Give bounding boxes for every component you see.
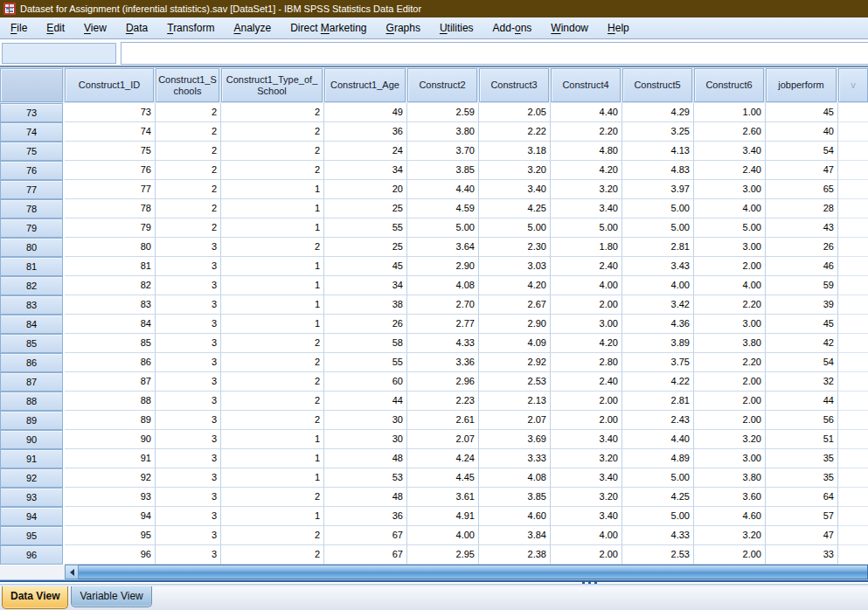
data-cell[interactable]: 49 xyxy=(324,103,407,122)
data-cell[interactable]: 2.53 xyxy=(622,545,694,565)
data-cell[interactable]: 1 xyxy=(221,180,324,199)
data-cell[interactable]: 3.20 xyxy=(694,430,766,449)
row-header-cell[interactable]: 80 xyxy=(0,238,63,257)
data-cell[interactable]: 3 xyxy=(156,545,221,565)
data-cell[interactable]: 2.00 xyxy=(694,372,766,392)
data-cell[interactable]: 2 xyxy=(221,411,324,430)
scroll-left-arrow-button[interactable] xyxy=(65,565,79,579)
data-cell[interactable]: 2.20 xyxy=(694,353,766,372)
data-cell[interactable]: 3.64 xyxy=(407,238,479,257)
data-cell[interactable]: 2.05 xyxy=(479,103,551,122)
data-cell[interactable]: 3.33 xyxy=(479,449,551,468)
data-cell[interactable]: 44 xyxy=(324,392,407,411)
data-cell[interactable]: 35 xyxy=(766,449,838,468)
data-cell[interactable]: 3 xyxy=(156,372,221,392)
data-cell[interactable]: 4.20 xyxy=(479,276,551,295)
data-cell[interactable]: 4.00 xyxy=(551,526,622,545)
data-cell[interactable]: 2.00 xyxy=(694,392,766,411)
data-cell[interactable]: 2.67 xyxy=(479,295,551,315)
data-cell-var[interactable] xyxy=(838,122,868,142)
data-cell[interactable]: 2.00 xyxy=(551,295,622,315)
column-header[interactable]: jobperform xyxy=(766,68,837,102)
data-cell[interactable]: 95 xyxy=(65,526,156,545)
data-cell[interactable]: 90 xyxy=(65,430,156,449)
data-cell[interactable]: 2.20 xyxy=(551,122,622,142)
row-header-cell[interactable]: 92 xyxy=(0,468,63,488)
data-cell-var[interactable] xyxy=(838,392,868,411)
data-cell-var[interactable] xyxy=(838,468,868,488)
data-cell-var[interactable] xyxy=(838,180,868,199)
menu-item-file[interactable]: File xyxy=(1,19,37,37)
data-cell[interactable]: 3.97 xyxy=(622,180,694,199)
data-cell[interactable]: 79 xyxy=(65,218,156,238)
data-cell[interactable]: 1 xyxy=(221,449,324,468)
data-cell[interactable]: 25 xyxy=(324,199,407,218)
data-cell[interactable]: 2.43 xyxy=(622,411,694,430)
data-cell[interactable]: 4.09 xyxy=(479,334,551,353)
data-cell[interactable]: 30 xyxy=(324,430,407,449)
row-header-cell[interactable]: 76 xyxy=(0,161,63,180)
row-header-cell[interactable]: 93 xyxy=(0,488,63,507)
data-cell[interactable]: 5.00 xyxy=(622,199,694,218)
data-cell[interactable]: 38 xyxy=(324,295,407,315)
data-cell[interactable]: 4.20 xyxy=(551,161,622,180)
data-cell[interactable]: 2 xyxy=(221,372,324,392)
data-cell[interactable]: 67 xyxy=(324,526,407,545)
data-cell[interactable]: 3.60 xyxy=(694,488,766,507)
data-cell[interactable]: 5.00 xyxy=(622,507,694,526)
menu-item-window[interactable]: Window xyxy=(541,19,598,37)
data-cell[interactable]: 3.20 xyxy=(479,161,551,180)
row-header-cell[interactable]: 87 xyxy=(0,372,63,392)
data-cell[interactable]: 2.00 xyxy=(694,257,766,276)
data-cell[interactable]: 3.20 xyxy=(551,180,622,199)
data-cell-var[interactable] xyxy=(838,526,868,545)
menu-item-utilities[interactable]: Utilities xyxy=(430,19,483,37)
data-cell-var[interactable] xyxy=(838,315,868,334)
column-header[interactable]: Construct1_Type_of_School xyxy=(221,68,323,102)
data-cell[interactable]: 59 xyxy=(766,276,838,295)
data-cell[interactable]: 34 xyxy=(324,276,407,295)
data-cell[interactable]: 33 xyxy=(766,545,838,565)
data-cell[interactable]: 2.80 xyxy=(551,353,622,372)
data-cell[interactable]: 1 xyxy=(221,218,324,238)
data-cell[interactable]: 24 xyxy=(324,142,407,161)
data-cell[interactable]: 48 xyxy=(324,449,407,468)
data-cell[interactable]: 3.00 xyxy=(694,449,766,468)
data-cell[interactable]: 4.59 xyxy=(407,199,479,218)
data-cell[interactable]: 2 xyxy=(156,180,221,199)
data-cell[interactable]: 2.00 xyxy=(694,545,766,565)
column-header[interactable]: Construct3 xyxy=(479,68,549,102)
data-cell[interactable]: 30 xyxy=(324,411,407,430)
data-cell[interactable]: 3 xyxy=(156,334,221,353)
data-cell[interactable]: 96 xyxy=(65,545,156,565)
data-cell[interactable]: 81 xyxy=(65,257,156,276)
data-cell[interactable]: 2.00 xyxy=(551,392,622,411)
data-cell[interactable]: 3.20 xyxy=(551,449,622,468)
menu-item-analyze[interactable]: Analyze xyxy=(224,19,281,37)
data-cell-var[interactable] xyxy=(838,142,868,161)
data-cell[interactable]: 2 xyxy=(156,161,221,180)
data-cell[interactable]: 4.25 xyxy=(479,199,551,218)
data-cell[interactable]: 3 xyxy=(156,507,221,526)
data-cell[interactable]: 2 xyxy=(221,122,324,142)
data-cell[interactable]: 2.23 xyxy=(407,392,479,411)
data-cell[interactable]: 3.80 xyxy=(694,334,766,353)
row-header-cell[interactable]: 85 xyxy=(0,334,63,353)
data-cell-var[interactable] xyxy=(838,199,868,218)
data-cell[interactable]: 2.90 xyxy=(407,257,479,276)
data-cell[interactable]: 73 xyxy=(65,103,156,122)
data-cell[interactable]: 2 xyxy=(156,103,221,122)
data-cell[interactable]: 2.00 xyxy=(694,411,766,430)
data-cell[interactable]: 26 xyxy=(766,238,838,257)
data-cell[interactable]: 4.91 xyxy=(407,507,479,526)
data-cell[interactable]: 2.59 xyxy=(407,103,479,122)
data-cell[interactable]: 54 xyxy=(766,353,838,372)
data-cell[interactable]: 2 xyxy=(221,142,324,161)
data-cell-var[interactable] xyxy=(838,488,868,507)
menu-item-view[interactable]: View xyxy=(74,19,116,37)
data-cell[interactable]: 3 xyxy=(156,353,221,372)
data-cell[interactable]: 1.00 xyxy=(694,103,766,122)
row-header-cell[interactable]: 91 xyxy=(0,449,63,468)
data-cell[interactable]: 2 xyxy=(156,199,221,218)
data-cell[interactable]: 2.00 xyxy=(551,411,622,430)
